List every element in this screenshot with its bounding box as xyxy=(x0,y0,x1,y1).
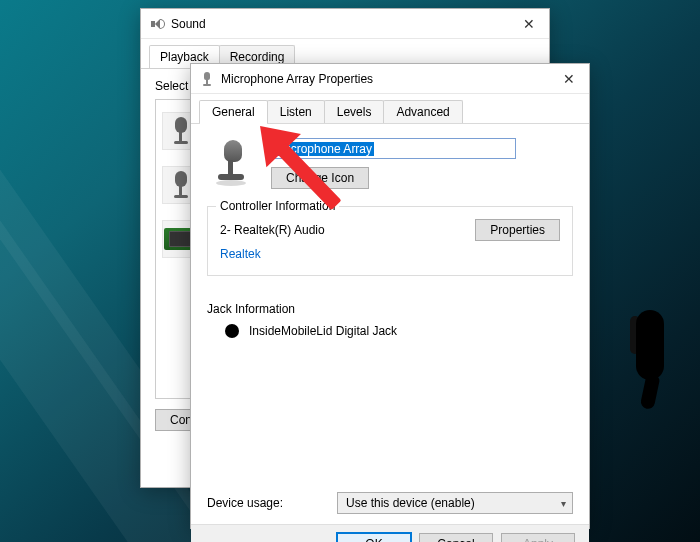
wallpaper-diver xyxy=(620,290,680,410)
jack-color-icon xyxy=(225,324,239,338)
jack-name: InsideMobileLid Digital Jack xyxy=(249,324,397,338)
dialog-button-row: OK Cancel Apply xyxy=(191,524,589,542)
tab-advanced[interactable]: Advanced xyxy=(383,100,462,123)
controller-vendor-link[interactable]: Realtek xyxy=(220,247,261,261)
sound-window-title: Sound xyxy=(171,17,511,31)
microphone-icon xyxy=(171,171,191,199)
ok-button[interactable]: OK xyxy=(337,533,411,542)
device-large-icon xyxy=(211,140,251,188)
properties-titlebar[interactable]: Microphone Array Properties ✕ xyxy=(191,64,589,94)
change-icon-button[interactable]: Change Icon xyxy=(271,167,369,189)
tab-levels[interactable]: Levels xyxy=(324,100,385,123)
device-usage-select[interactable]: Use this device (enable) ▾ xyxy=(337,492,573,514)
device-usage-label: Device usage: xyxy=(207,496,317,510)
controller-legend: Controller Information xyxy=(216,199,339,213)
close-icon[interactable]: ✕ xyxy=(517,16,541,32)
microphone-icon xyxy=(199,71,215,87)
microphone-icon xyxy=(171,117,191,145)
chevron-down-icon: ▾ xyxy=(561,498,566,509)
device-name-selection: Microphone Array xyxy=(276,142,374,156)
microphone-properties-window: Microphone Array Properties ✕ General Li… xyxy=(190,63,590,529)
jack-legend: Jack Information xyxy=(207,302,573,316)
device-usage-value: Use this device (enable) xyxy=(346,496,475,510)
cancel-button[interactable]: Cancel xyxy=(419,533,493,542)
apply-button[interactable]: Apply xyxy=(501,533,575,542)
device-name-input[interactable]: Microphone Array xyxy=(271,138,516,159)
controller-info-group: Controller Information 2- Realtek(R) Aud… xyxy=(207,206,573,276)
close-icon[interactable]: ✕ xyxy=(557,71,581,87)
controller-name: 2- Realtek(R) Audio xyxy=(220,223,325,237)
sound-titlebar[interactable]: Sound ✕ xyxy=(141,9,549,39)
properties-tabs: General Listen Levels Advanced xyxy=(191,94,589,124)
controller-properties-button[interactable]: Properties xyxy=(475,219,560,241)
tab-general[interactable]: General xyxy=(199,100,268,123)
jack-info-group: Jack Information InsideMobileLid Digital… xyxy=(207,302,573,338)
speaker-icon xyxy=(149,16,165,32)
properties-window-title: Microphone Array Properties xyxy=(221,72,551,86)
tab-listen[interactable]: Listen xyxy=(267,100,325,123)
